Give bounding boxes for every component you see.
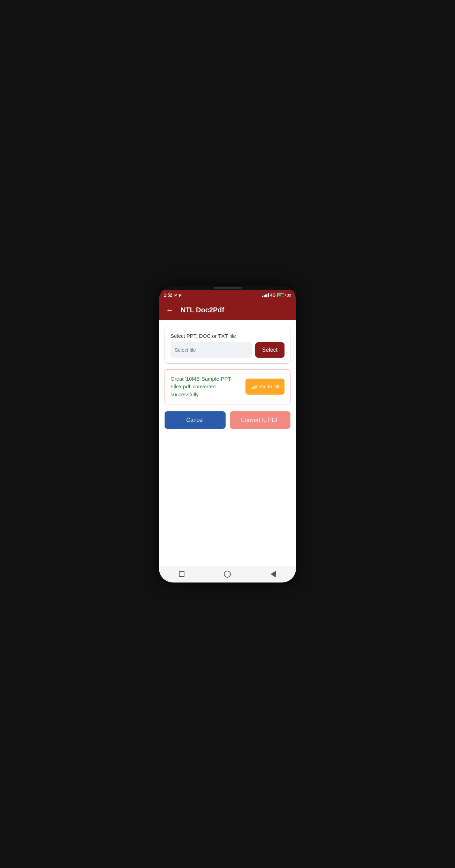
signal-icon xyxy=(262,293,269,297)
status-right: 4G 30 xyxy=(262,293,291,298)
select-file-label: Select PPT, DOC or TXT file xyxy=(170,333,285,339)
battery-percent: 30 xyxy=(287,293,291,297)
goto-dir-label: Go to Dir xyxy=(260,384,280,389)
convert-button: Convert to PDF xyxy=(230,411,291,429)
back-nav-button[interactable] xyxy=(271,571,276,578)
back-button[interactable]: ← xyxy=(165,304,175,316)
network-type: 4G xyxy=(270,293,276,298)
home-button[interactable] xyxy=(224,571,231,578)
success-card: Great '10MB-Sample-PPT-Filex.pdf' conver… xyxy=(165,369,290,405)
back-nav-icon xyxy=(271,571,276,578)
action-row: Cancel Convert to PDF xyxy=(165,411,290,429)
home-icon xyxy=(224,571,231,578)
recent-apps-button[interactable] xyxy=(179,571,184,577)
success-message: Great '10MB-Sample-PPT-Filex.pdf' conver… xyxy=(170,375,241,399)
app-icon-p2: P xyxy=(179,293,181,297)
time-display: 1:52 xyxy=(164,293,172,298)
notch-bar xyxy=(159,286,296,290)
file-input[interactable] xyxy=(170,342,252,358)
app-title: NTL Doc2Pdf xyxy=(181,306,224,314)
select-file-card: Select PPT, DOC or TXT file Select xyxy=(165,327,290,364)
app-bar: ← NTL Doc2Pdf xyxy=(159,300,296,320)
main-content: Select PPT, DOC or TXT file Select Great… xyxy=(159,320,296,566)
cancel-button[interactable]: Cancel xyxy=(165,411,226,429)
select-row: Select xyxy=(170,342,285,358)
recent-apps-icon xyxy=(179,571,184,577)
status-left: 1:52 P P xyxy=(164,293,182,298)
notch-pill xyxy=(214,287,242,289)
phone-frame: 1:52 P P 4G 30 ← NTL Doc2Pdf xyxy=(159,286,296,583)
nav-bar xyxy=(159,566,296,583)
folder-icon: 📂 xyxy=(250,383,258,390)
status-bar: 1:52 P P 4G 30 xyxy=(159,290,296,300)
select-button[interactable]: Select xyxy=(255,342,285,358)
battery-icon xyxy=(277,293,286,297)
goto-dir-button[interactable]: 📂 Go to Dir xyxy=(245,379,285,395)
app-icon-p1: P xyxy=(174,293,177,297)
